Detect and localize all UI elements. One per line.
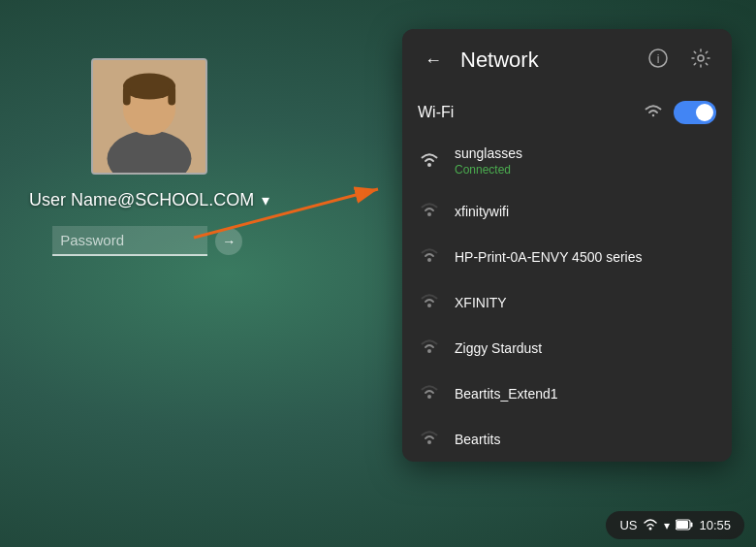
wifi-signal-icon xyxy=(643,102,664,124)
wifi-network-name: Beartits_Extend1 xyxy=(455,386,558,402)
network-panel: ← Network i Wi-Fi xyxy=(402,29,732,462)
svg-point-10 xyxy=(698,55,704,61)
svg-point-16 xyxy=(427,395,431,399)
svg-point-3 xyxy=(123,74,175,100)
panel-header: ← Network i xyxy=(402,29,732,91)
wifi-network-item[interactable]: Beartits xyxy=(402,416,732,462)
wifi-signal-icon-full xyxy=(418,150,441,173)
wifi-item-info: Beartits_Extend1 xyxy=(455,386,558,402)
user-name-row: User Name@SCHOOL.COM ▾ xyxy=(29,190,269,210)
taskbar-wifi-icon[interactable] xyxy=(643,517,658,533)
wifi-network-item[interactable]: Beartits_Extend1 xyxy=(402,370,732,416)
panel-title: Network xyxy=(460,48,631,73)
wifi-network-item[interactable]: sunglasses Connected xyxy=(402,134,732,188)
wifi-network-name: xfinitywifi xyxy=(455,204,509,219)
wifi-network-name: Beartits xyxy=(455,432,500,447)
wifi-network-item[interactable]: xfinitywifi xyxy=(402,188,732,234)
svg-rect-21 xyxy=(677,521,688,529)
svg-point-13 xyxy=(427,258,431,262)
wifi-signal-icon-low xyxy=(418,245,441,268)
wifi-signal-icon-medium xyxy=(418,337,441,359)
wifi-network-name: XFINITY xyxy=(455,295,507,310)
wifi-network-status: Connected xyxy=(455,163,522,177)
wifi-network-name: Ziggy Stardust xyxy=(455,340,542,356)
toggle-knob xyxy=(696,104,713,121)
wifi-item-info: Ziggy Stardust xyxy=(455,340,542,356)
wifi-network-item[interactable]: XFINITY xyxy=(402,279,732,325)
wifi-item-info: HP-Print-0A-ENVY 4500 series xyxy=(455,249,642,265)
svg-point-15 xyxy=(427,349,431,353)
wifi-toggle[interactable] xyxy=(674,101,716,124)
svg-point-12 xyxy=(427,212,431,216)
svg-rect-4 xyxy=(123,86,131,105)
username-text: User Name@SCHOOL.COM xyxy=(29,190,254,210)
taskbar: US ▾ 10:55 xyxy=(606,511,744,539)
wifi-signal-icon-medium xyxy=(418,291,441,313)
password-row: → xyxy=(52,226,246,256)
taskbar-time: 10:55 xyxy=(699,518,731,532)
login-area: User Name@SCHOOL.COM ▾ → xyxy=(29,58,269,256)
gear-icon xyxy=(691,48,710,72)
wifi-network-item[interactable]: Ziggy Stardust xyxy=(402,325,732,370)
wifi-signal-icon-low xyxy=(418,428,441,450)
chevron-down-icon[interactable]: ▾ xyxy=(262,191,269,209)
back-button[interactable]: ← xyxy=(418,45,449,76)
wifi-signal-icon-medium xyxy=(418,200,441,222)
wifi-list: sunglasses Connected xfinitywifi xyxy=(402,134,732,462)
wifi-item-info: sunglasses Connected xyxy=(455,145,522,177)
password-input[interactable] xyxy=(52,226,207,256)
wifi-controls xyxy=(643,101,716,124)
avatar xyxy=(91,58,207,175)
svg-text:i: i xyxy=(657,52,660,66)
wifi-item-info: XFINITY xyxy=(455,295,507,310)
wifi-signal-icon-low xyxy=(418,382,441,404)
wifi-network-name: HP-Print-0A-ENVY 4500 series xyxy=(455,249,642,265)
back-icon: ← xyxy=(425,50,442,71)
wifi-item-info: Beartits xyxy=(455,432,500,447)
svg-point-14 xyxy=(427,304,431,307)
svg-rect-20 xyxy=(691,522,693,527)
chevron-down-icon: ▾ xyxy=(664,519,670,532)
submit-arrow-button[interactable]: → xyxy=(215,228,242,255)
svg-point-18 xyxy=(649,528,652,531)
svg-point-17 xyxy=(427,440,431,444)
settings-button[interactable] xyxy=(685,45,716,76)
wifi-network-item[interactable]: HP-Print-0A-ENVY 4500 series xyxy=(402,234,732,279)
svg-point-11 xyxy=(427,163,431,167)
wifi-network-name: sunglasses xyxy=(455,145,522,161)
wifi-section-header: Wi-Fi xyxy=(402,91,732,134)
taskbar-locale[interactable]: US xyxy=(619,518,637,532)
wifi-label: Wi-Fi xyxy=(418,104,454,121)
wifi-item-info: xfinitywifi xyxy=(455,204,509,219)
info-icon: i xyxy=(648,48,668,72)
info-button[interactable]: i xyxy=(643,45,674,76)
svg-rect-5 xyxy=(168,86,175,105)
taskbar-battery-icon xyxy=(676,518,693,533)
